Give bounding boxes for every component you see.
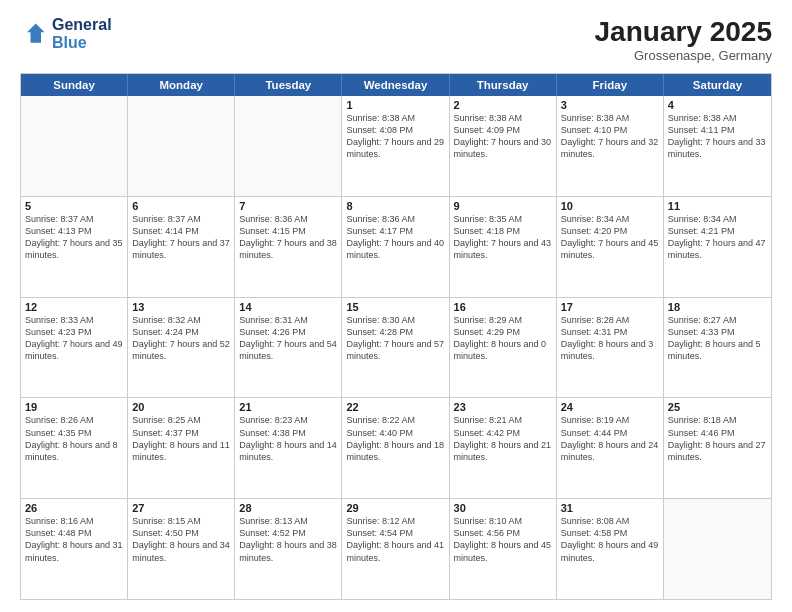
calendar-cell: 24Sunrise: 8:19 AM Sunset: 4:44 PM Dayli… — [557, 398, 664, 498]
logo: General Blue — [20, 16, 112, 53]
week-row: 19Sunrise: 8:26 AM Sunset: 4:35 PM Dayli… — [21, 398, 771, 499]
calendar-cell: 14Sunrise: 8:31 AM Sunset: 4:26 PM Dayli… — [235, 298, 342, 398]
day-header: Friday — [557, 74, 664, 96]
logo-line1: General — [52, 16, 112, 34]
cell-day-number: 12 — [25, 301, 123, 313]
cell-sun-info: Sunrise: 8:38 AM Sunset: 4:08 PM Dayligh… — [346, 112, 444, 161]
cell-sun-info: Sunrise: 8:34 AM Sunset: 4:21 PM Dayligh… — [668, 213, 767, 262]
cell-day-number: 14 — [239, 301, 337, 313]
calendar-cell: 3Sunrise: 8:38 AM Sunset: 4:10 PM Daylig… — [557, 96, 664, 196]
cell-sun-info: Sunrise: 8:30 AM Sunset: 4:28 PM Dayligh… — [346, 314, 444, 363]
calendar-cell — [235, 96, 342, 196]
calendar-cell: 30Sunrise: 8:10 AM Sunset: 4:56 PM Dayli… — [450, 499, 557, 599]
calendar-cell — [21, 96, 128, 196]
cell-sun-info: Sunrise: 8:37 AM Sunset: 4:13 PM Dayligh… — [25, 213, 123, 262]
cell-day-number: 25 — [668, 401, 767, 413]
day-header: Saturday — [664, 74, 771, 96]
calendar-cell: 26Sunrise: 8:16 AM Sunset: 4:48 PM Dayli… — [21, 499, 128, 599]
cell-sun-info: Sunrise: 8:37 AM Sunset: 4:14 PM Dayligh… — [132, 213, 230, 262]
cell-day-number: 27 — [132, 502, 230, 514]
calendar-cell: 9Sunrise: 8:35 AM Sunset: 4:18 PM Daylig… — [450, 197, 557, 297]
cell-sun-info: Sunrise: 8:23 AM Sunset: 4:38 PM Dayligh… — [239, 414, 337, 463]
cell-sun-info: Sunrise: 8:38 AM Sunset: 4:11 PM Dayligh… — [668, 112, 767, 161]
cell-day-number: 19 — [25, 401, 123, 413]
location-subtitle: Grossenaspe, Germany — [595, 48, 772, 63]
cell-sun-info: Sunrise: 8:32 AM Sunset: 4:24 PM Dayligh… — [132, 314, 230, 363]
calendar-cell: 7Sunrise: 8:36 AM Sunset: 4:15 PM Daylig… — [235, 197, 342, 297]
calendar-cell: 5Sunrise: 8:37 AM Sunset: 4:13 PM Daylig… — [21, 197, 128, 297]
month-title: January 2025 — [595, 16, 772, 48]
page: General Blue January 2025 Grossenaspe, G… — [0, 0, 792, 612]
cell-sun-info: Sunrise: 8:38 AM Sunset: 4:09 PM Dayligh… — [454, 112, 552, 161]
logo-line2: Blue — [52, 34, 112, 52]
logo-icon — [20, 20, 48, 48]
cell-day-number: 13 — [132, 301, 230, 313]
cell-sun-info: Sunrise: 8:19 AM Sunset: 4:44 PM Dayligh… — [561, 414, 659, 463]
cell-day-number: 26 — [25, 502, 123, 514]
calendar-cell: 11Sunrise: 8:34 AM Sunset: 4:21 PM Dayli… — [664, 197, 771, 297]
calendar-cell: 29Sunrise: 8:12 AM Sunset: 4:54 PM Dayli… — [342, 499, 449, 599]
cell-sun-info: Sunrise: 8:34 AM Sunset: 4:20 PM Dayligh… — [561, 213, 659, 262]
cell-sun-info: Sunrise: 8:21 AM Sunset: 4:42 PM Dayligh… — [454, 414, 552, 463]
calendar-cell: 12Sunrise: 8:33 AM Sunset: 4:23 PM Dayli… — [21, 298, 128, 398]
cell-sun-info: Sunrise: 8:31 AM Sunset: 4:26 PM Dayligh… — [239, 314, 337, 363]
cell-day-number: 23 — [454, 401, 552, 413]
cell-sun-info: Sunrise: 8:38 AM Sunset: 4:10 PM Dayligh… — [561, 112, 659, 161]
cell-day-number: 7 — [239, 200, 337, 212]
calendar-cell: 16Sunrise: 8:29 AM Sunset: 4:29 PM Dayli… — [450, 298, 557, 398]
cell-day-number: 5 — [25, 200, 123, 212]
calendar-cell: 4Sunrise: 8:38 AM Sunset: 4:11 PM Daylig… — [664, 96, 771, 196]
calendar-cell: 10Sunrise: 8:34 AM Sunset: 4:20 PM Dayli… — [557, 197, 664, 297]
calendar-cell: 20Sunrise: 8:25 AM Sunset: 4:37 PM Dayli… — [128, 398, 235, 498]
calendar-cell: 28Sunrise: 8:13 AM Sunset: 4:52 PM Dayli… — [235, 499, 342, 599]
calendar-cell: 15Sunrise: 8:30 AM Sunset: 4:28 PM Dayli… — [342, 298, 449, 398]
cell-day-number: 28 — [239, 502, 337, 514]
cell-day-number: 11 — [668, 200, 767, 212]
week-row: 1Sunrise: 8:38 AM Sunset: 4:08 PM Daylig… — [21, 96, 771, 197]
cell-sun-info: Sunrise: 8:36 AM Sunset: 4:15 PM Dayligh… — [239, 213, 337, 262]
cell-sun-info: Sunrise: 8:27 AM Sunset: 4:33 PM Dayligh… — [668, 314, 767, 363]
cell-day-number: 9 — [454, 200, 552, 212]
title-block: January 2025 Grossenaspe, Germany — [595, 16, 772, 63]
cell-day-number: 16 — [454, 301, 552, 313]
calendar-cell: 23Sunrise: 8:21 AM Sunset: 4:42 PM Dayli… — [450, 398, 557, 498]
cell-day-number: 17 — [561, 301, 659, 313]
weeks: 1Sunrise: 8:38 AM Sunset: 4:08 PM Daylig… — [21, 96, 771, 599]
cell-day-number: 4 — [668, 99, 767, 111]
cell-sun-info: Sunrise: 8:15 AM Sunset: 4:50 PM Dayligh… — [132, 515, 230, 564]
cell-day-number: 18 — [668, 301, 767, 313]
calendar-cell: 6Sunrise: 8:37 AM Sunset: 4:14 PM Daylig… — [128, 197, 235, 297]
cell-sun-info: Sunrise: 8:29 AM Sunset: 4:29 PM Dayligh… — [454, 314, 552, 363]
calendar-cell — [664, 499, 771, 599]
cell-sun-info: Sunrise: 8:35 AM Sunset: 4:18 PM Dayligh… — [454, 213, 552, 262]
cell-day-number: 21 — [239, 401, 337, 413]
cell-day-number: 8 — [346, 200, 444, 212]
cell-day-number: 22 — [346, 401, 444, 413]
calendar-cell: 27Sunrise: 8:15 AM Sunset: 4:50 PM Dayli… — [128, 499, 235, 599]
day-header: Wednesday — [342, 74, 449, 96]
calendar-cell: 31Sunrise: 8:08 AM Sunset: 4:58 PM Dayli… — [557, 499, 664, 599]
cell-sun-info: Sunrise: 8:12 AM Sunset: 4:54 PM Dayligh… — [346, 515, 444, 564]
week-row: 12Sunrise: 8:33 AM Sunset: 4:23 PM Dayli… — [21, 298, 771, 399]
cell-sun-info: Sunrise: 8:33 AM Sunset: 4:23 PM Dayligh… — [25, 314, 123, 363]
day-header: Sunday — [21, 74, 128, 96]
calendar-cell: 21Sunrise: 8:23 AM Sunset: 4:38 PM Dayli… — [235, 398, 342, 498]
calendar: SundayMondayTuesdayWednesdayThursdayFrid… — [20, 73, 772, 600]
cell-day-number: 1 — [346, 99, 444, 111]
calendar-cell: 22Sunrise: 8:22 AM Sunset: 4:40 PM Dayli… — [342, 398, 449, 498]
week-row: 26Sunrise: 8:16 AM Sunset: 4:48 PM Dayli… — [21, 499, 771, 599]
cell-sun-info: Sunrise: 8:13 AM Sunset: 4:52 PM Dayligh… — [239, 515, 337, 564]
calendar-cell: 8Sunrise: 8:36 AM Sunset: 4:17 PM Daylig… — [342, 197, 449, 297]
svg-marker-0 — [27, 24, 45, 43]
cell-sun-info: Sunrise: 8:18 AM Sunset: 4:46 PM Dayligh… — [668, 414, 767, 463]
calendar-cell: 2Sunrise: 8:38 AM Sunset: 4:09 PM Daylig… — [450, 96, 557, 196]
cell-sun-info: Sunrise: 8:16 AM Sunset: 4:48 PM Dayligh… — [25, 515, 123, 564]
cell-day-number: 30 — [454, 502, 552, 514]
header: General Blue January 2025 Grossenaspe, G… — [20, 16, 772, 63]
cell-sun-info: Sunrise: 8:28 AM Sunset: 4:31 PM Dayligh… — [561, 314, 659, 363]
calendar-cell: 18Sunrise: 8:27 AM Sunset: 4:33 PM Dayli… — [664, 298, 771, 398]
calendar-cell: 1Sunrise: 8:38 AM Sunset: 4:08 PM Daylig… — [342, 96, 449, 196]
calendar-cell: 13Sunrise: 8:32 AM Sunset: 4:24 PM Dayli… — [128, 298, 235, 398]
cell-sun-info: Sunrise: 8:36 AM Sunset: 4:17 PM Dayligh… — [346, 213, 444, 262]
day-header: Thursday — [450, 74, 557, 96]
